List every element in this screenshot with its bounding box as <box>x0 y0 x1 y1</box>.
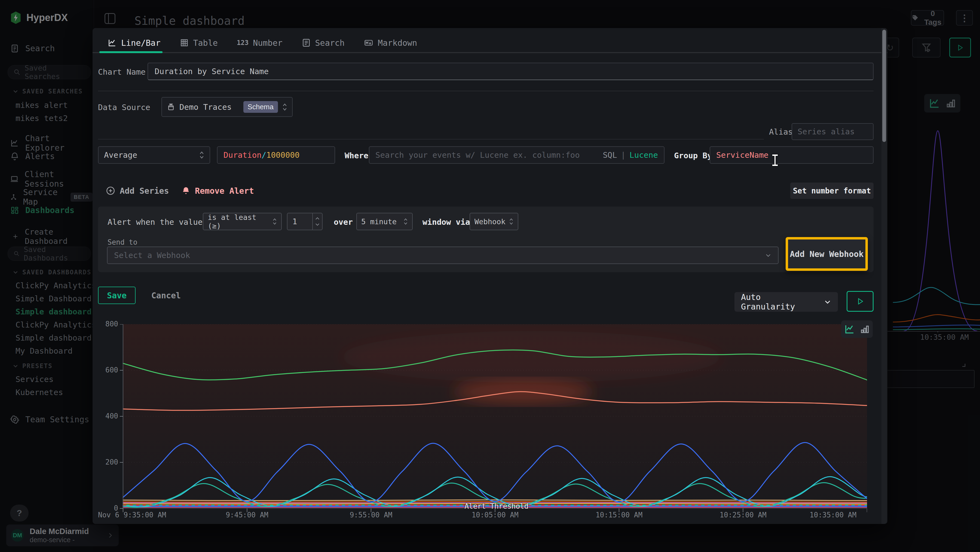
alert-threshold-label: Alert Threshold <box>456 502 538 510</box>
chart-editor-modal: Line/Bar Table 123 Number Search Markdow… <box>92 28 888 524</box>
x-tick-label: 9:45:00 AM <box>204 511 291 519</box>
y-tick-label: 600 <box>95 366 118 374</box>
y-tick-label: 200 <box>95 458 118 466</box>
modal-scrollbar-thumb[interactable] <box>882 30 886 142</box>
bar-chart-icon <box>860 324 870 334</box>
app-screen: Simple dashboard 0 Tags ⋮ ↻ HyperDX Sear… <box>0 0 980 552</box>
x-tick-label: 9:55:00 AM <box>328 511 415 519</box>
chart-canvas <box>119 324 867 513</box>
y-tick-label: 400 <box>95 412 118 420</box>
chart-type-toggle[interactable] <box>841 321 873 338</box>
timeseries-chart[interactable]: 0200400600800Nov 6 9:35:00 AM9:45:00 AM9… <box>92 28 888 524</box>
x-tick-label: 10:25:00 AM <box>700 511 787 519</box>
line-chart-icon <box>844 324 855 335</box>
x-tick-label: 10:35:00 AM <box>789 511 877 519</box>
x-tick-label: Nov 6 9:35:00 AM <box>98 511 166 519</box>
x-tick-label: 10:15:00 AM <box>576 511 663 519</box>
y-tick-label: 800 <box>95 320 118 328</box>
x-tick-label: 10:05:00 AM <box>452 511 539 519</box>
modal-scrollbar-track[interactable] <box>881 28 887 524</box>
